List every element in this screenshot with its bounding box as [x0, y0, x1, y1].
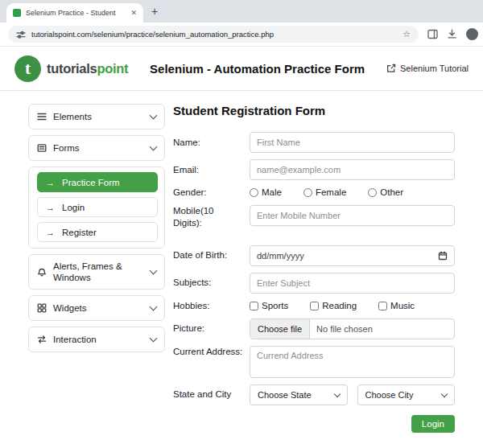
state-city-row: State and City Choose State Choose City — [173, 384, 455, 405]
chevron-down-icon — [150, 303, 158, 311]
address-textarea[interactable] — [250, 346, 455, 378]
subjects-row: Subjects: — [173, 273, 455, 294]
hobby-checkbox-sports[interactable] — [250, 302, 258, 310]
tab-strip: Selenium Practice - Student ✕ + — [0, 0, 483, 23]
state-select[interactable]: Choose State — [250, 384, 348, 405]
subjects-label: Subjects: — [173, 277, 250, 289]
gender-row: Gender: Male Female Other — [173, 187, 455, 199]
choose-file-button[interactable]: Choose file — [250, 319, 310, 339]
login-submit-button[interactable]: Login — [411, 415, 455, 433]
url-text[interactable]: tutorialspoint.com/selenium/practice/sel… — [31, 30, 274, 39]
arrow-right-icon: → — [46, 178, 55, 187]
chevron-down-icon — [150, 335, 158, 343]
profile-avatar[interactable] — [466, 28, 478, 40]
email-label: Email: — [173, 164, 250, 176]
external-link-icon — [386, 64, 396, 73]
sidebar-item-forms[interactable]: Forms — [28, 135, 165, 161]
sidebar-item-practice-form[interactable]: → Practice Form — [37, 172, 158, 192]
hobbies-row: Hobbies: Sports Reading Music — [173, 300, 455, 312]
sidebar-item-login[interactable]: → Login — [37, 197, 158, 217]
mobile-label: Mobile(10 Digits): — [173, 205, 250, 229]
dob-label: Date of Birth: — [173, 249, 250, 261]
gender-radio-male[interactable] — [250, 188, 258, 197]
dob-row: Date of Birth: dd/mm/yyyy — [173, 245, 455, 266]
subjects-input[interactable] — [250, 273, 455, 294]
browser-tab[interactable]: Selenium Practice - Student ✕ — [6, 3, 143, 23]
selenium-tutorial-link[interactable]: Selenium Tutorial — [386, 64, 469, 73]
hobby-option-music[interactable]: Music — [378, 301, 415, 310]
picture-row: Picture: Choose file No file chosen — [173, 319, 455, 339]
address-label: Current Address: — [173, 346, 250, 358]
site-header: t tutorialspoint Selenium - Automation P… — [0, 47, 483, 90]
hobby-option-sports[interactable]: Sports — [250, 301, 288, 310]
gender-label: Gender: — [173, 187, 250, 199]
sidebar-item-widgets[interactable]: Widgets — [28, 295, 165, 321]
hobby-checkbox-music[interactable] — [378, 302, 387, 310]
tab-favicon-icon — [13, 9, 21, 17]
forms-subgroup: → Practice Form → Login → Register — [28, 166, 165, 249]
gender-option-other[interactable]: Other — [368, 187, 403, 197]
new-tab-button[interactable]: + — [151, 3, 158, 19]
city-select[interactable]: Choose City — [357, 384, 456, 405]
interaction-arrows-icon — [37, 335, 47, 344]
sidebar-item-register[interactable]: → Register — [37, 222, 158, 242]
state-city-selects: Choose State Choose City — [250, 384, 455, 405]
sidebar: Elements Forms → Practice Form → Login — [28, 104, 165, 433]
main-content: Student Registration Form Name: Email: G… — [173, 104, 455, 433]
forms-icon — [37, 143, 47, 153]
gender-options: Male Female Other — [250, 187, 455, 197]
mobile-row: Mobile(10 Digits): — [173, 205, 455, 229]
tutorialspoint-logo-icon: t — [14, 55, 41, 82]
chevron-down-icon — [150, 267, 158, 275]
state-city-label: State and City — [173, 388, 250, 401]
picture-label: Picture: — [173, 323, 250, 335]
email-input[interactable] — [250, 159, 455, 180]
bell-icon — [37, 267, 47, 277]
hobbies-options: Sports Reading Music — [250, 301, 455, 310]
mobile-input[interactable] — [250, 205, 455, 226]
email-row: Email: — [173, 159, 455, 180]
chevron-down-icon — [150, 143, 158, 151]
tab-title: Selenium Practice - Student — [26, 9, 126, 17]
bookmark-star-icon[interactable]: ☆ — [402, 30, 411, 39]
arrow-right-icon: → — [46, 228, 55, 237]
gender-radio-other[interactable] — [368, 188, 377, 197]
site-info-tune-icon[interactable] — [16, 30, 26, 39]
tutorialspoint-wordmark: tutorialspoint — [47, 61, 128, 76]
sidebar-item-alerts-frames-windows[interactable]: Alerts, Frames & Windows — [28, 254, 165, 290]
tab-close-icon[interactable]: ✕ — [130, 9, 137, 17]
tutorialspoint-logo[interactable]: t tutorialspoint — [14, 55, 128, 82]
elements-icon — [37, 112, 47, 121]
hobbies-label: Hobbies: — [173, 300, 250, 312]
file-status-text: No file chosen — [310, 324, 373, 334]
sidebar-item-interaction[interactable]: Interaction — [28, 327, 165, 352]
calendar-icon[interactable] — [438, 251, 448, 261]
picture-file-input[interactable]: Choose file No file chosen — [250, 319, 455, 339]
side-panel-icon[interactable] — [427, 29, 438, 39]
download-icon[interactable] — [447, 29, 457, 39]
chevron-down-icon — [150, 112, 158, 120]
form-title: Student Registration Form — [173, 104, 455, 117]
gender-radio-female[interactable] — [303, 188, 312, 197]
submit-row: Login — [173, 415, 455, 433]
widgets-grid-icon — [37, 303, 47, 313]
hobby-option-reading[interactable]: Reading — [310, 301, 357, 310]
arrow-right-icon: → — [46, 203, 55, 212]
gender-option-female[interactable]: Female — [303, 187, 346, 197]
chevron-down-icon — [441, 391, 448, 397]
name-input[interactable] — [250, 132, 455, 153]
address-row: Current Address: — [173, 346, 455, 378]
hobby-checkbox-reading[interactable] — [310, 302, 319, 310]
name-row: Name: — [173, 132, 455, 153]
browser-toolbar: tutorialspoint.com/selenium/practice/sel… — [0, 23, 483, 47]
gender-option-male[interactable]: Male — [250, 187, 282, 197]
address-bar[interactable]: tutorialspoint.com/selenium/practice/sel… — [8, 26, 419, 43]
page-title: Selenium - Automation Practice Form — [128, 62, 386, 76]
dob-input[interactable]: dd/mm/yyyy — [250, 245, 455, 266]
name-label: Name: — [173, 137, 250, 149]
chevron-down-icon — [333, 391, 340, 397]
sidebar-item-elements[interactable]: Elements — [28, 104, 165, 129]
